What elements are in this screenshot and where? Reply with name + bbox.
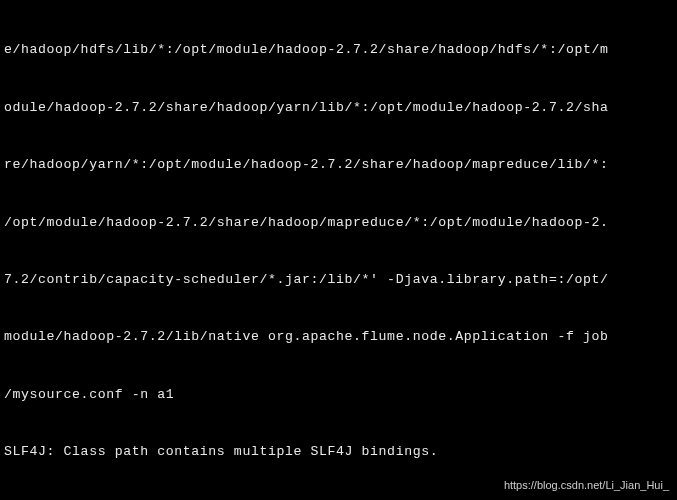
terminal-line: re/hadoop/yarn/*:/opt/module/hadoop-2.7.… (4, 155, 673, 174)
terminal-line: SLF4J: Class path contains multiple SLF4… (4, 442, 673, 461)
watermark-text: https://blog.csdn.net/Li_Jian_Hui_ (504, 478, 669, 494)
terminal-line: module/hadoop-2.7.2/lib/native org.apach… (4, 327, 673, 346)
terminal-line: odule/hadoop-2.7.2/share/hadoop/yarn/lib… (4, 98, 673, 117)
terminal-line: /opt/module/hadoop-2.7.2/share/hadoop/ma… (4, 213, 673, 232)
terminal-line: e/hadoop/hdfs/lib/*:/opt/module/hadoop-2… (4, 40, 673, 59)
terminal-line: 7.2/contrib/capacity-scheduler/*.jar:/li… (4, 270, 673, 289)
terminal-output[interactable]: e/hadoop/hdfs/lib/*:/opt/module/hadoop-2… (4, 2, 673, 500)
terminal-line: /mysource.conf -n a1 (4, 385, 673, 404)
